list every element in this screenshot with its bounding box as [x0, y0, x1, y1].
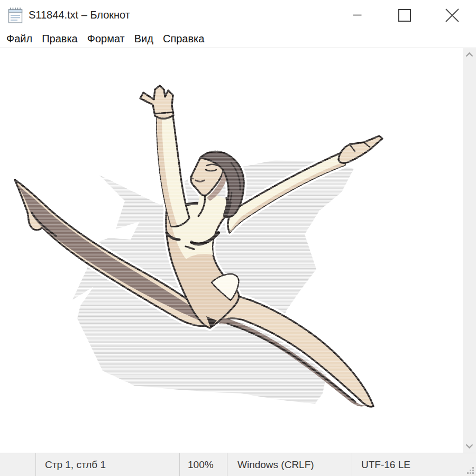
- maximize-button[interactable]: [381, 0, 428, 30]
- maximize-icon: [398, 9, 411, 22]
- dither-overlay: [5, 68, 408, 434]
- status-encoding-label: UTF-16 LE: [361, 459, 410, 471]
- gymnast-illustration: [0, 48, 463, 453]
- close-icon: [445, 8, 459, 22]
- notepad-icon: [7, 6, 24, 24]
- minimize-icon: [353, 14, 362, 16]
- statusbar: Стр 1, стлб 1 100% Windows (CRLF) UTF-16…: [0, 453, 476, 476]
- status-line-ending: Windows (CRLF): [227, 453, 352, 476]
- menubar: Файл Правка Формат Вид Справка: [0, 30, 476, 48]
- status-zoom-level: 100%: [180, 453, 227, 476]
- edit-area[interactable]: [0, 48, 463, 453]
- window-title: S11844.txt – Блокнот: [29, 9, 130, 21]
- chevron-down-icon: [465, 444, 473, 448]
- status-encoding: UTF-16 LE: [352, 453, 476, 476]
- scroll-down-button[interactable]: [463, 440, 476, 453]
- status-cell-empty: [0, 453, 36, 476]
- minimize-button[interactable]: [333, 0, 381, 30]
- menu-item-file[interactable]: Файл: [2, 30, 37, 48]
- vertical-scrollbar[interactable]: [463, 48, 476, 453]
- scroll-up-button[interactable]: [463, 48, 476, 61]
- status-cursor-position: Стр 1, стлб 1: [36, 453, 180, 476]
- close-button[interactable]: [428, 0, 476, 30]
- window-controls: [333, 0, 476, 30]
- resize-grip-icon[interactable]: [467, 467, 474, 474]
- window-titlebar[interactable]: S11844.txt – Блокнот: [0, 0, 476, 30]
- menu-item-format[interactable]: Формат: [83, 30, 130, 48]
- menu-item-help[interactable]: Справка: [158, 30, 209, 48]
- menu-item-view[interactable]: Вид: [130, 30, 158, 48]
- chevron-up-icon: [465, 52, 473, 57]
- menu-item-edit[interactable]: Правка: [37, 30, 83, 48]
